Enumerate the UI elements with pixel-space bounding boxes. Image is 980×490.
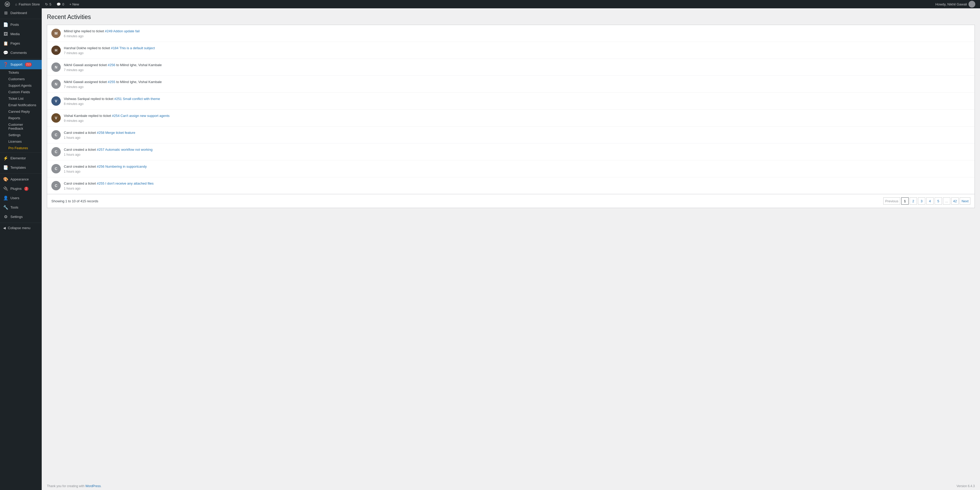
activity-time: 7 minutes ago: [64, 51, 970, 55]
footer-wordpress-link[interactable]: WordPress: [85, 484, 100, 488]
sidebar-item-pro-features[interactable]: Pro Features: [0, 145, 42, 151]
sidebar-item-users[interactable]: 👤 Users: [0, 193, 42, 203]
pagination-previous-button[interactable]: Previous: [883, 197, 900, 205]
pages-icon: 📋: [3, 41, 8, 46]
sidebar-item-comments[interactable]: 💬 Comments: [0, 48, 42, 57]
tools-icon: 🔧: [3, 205, 8, 210]
activity-item: C Carol created a ticket #258 Merge tick…: [47, 127, 975, 143]
updates-item[interactable]: ↻ 5: [43, 0, 54, 8]
activity-ticket-link[interactable]: #251 Small conflict with theme: [114, 97, 160, 101]
avatar-initial: C: [55, 167, 57, 171]
support-badge: 213: [25, 62, 32, 67]
footer: Thank you for creating with WordPress. V…: [42, 482, 980, 490]
sidebar-item-templates[interactable]: 📑 Templates: [0, 163, 42, 172]
sidebar-item-customers[interactable]: Customers: [0, 76, 42, 82]
activity-ticket-link[interactable]: #256: [108, 63, 115, 67]
activity-ticket-link[interactable]: #249 Addon update fail: [105, 29, 140, 33]
avatar: C: [51, 130, 61, 140]
avatar-initial: N: [55, 65, 57, 69]
collapse-menu-button[interactable]: ◀ Collapse menu: [0, 224, 42, 232]
avatar: V: [51, 113, 61, 123]
activity-text-after: to Milind Ighe, Vishal Kambale: [115, 80, 162, 84]
activity-ticket-link[interactable]: #256 Numbering in supportcandy: [97, 165, 147, 168]
sidebar-item-support[interactable]: ❓ Support 213: [0, 60, 42, 69]
new-content-item[interactable]: + New: [67, 0, 81, 8]
sidebar-item-tools[interactable]: 🔧 Tools: [0, 203, 42, 212]
user-greeting-item[interactable]: Howdy, Nikhil Gawali: [933, 0, 978, 8]
avatar-initial: C: [55, 150, 57, 154]
activity-text: Carol created a ticket #256 Numbering in…: [64, 164, 970, 169]
sidebar-item-plugins[interactable]: 🔌 Plugins 2: [0, 184, 42, 193]
avatar-initial: C: [55, 184, 57, 188]
activity-content: Vishal Kambale replied to ticket #254 Ca…: [64, 113, 970, 123]
activity-text: Nikhil Gawali assigned ticket #256 to Mi…: [64, 62, 970, 68]
sidebar-item-settings[interactable]: ⚙ Settings: [0, 212, 42, 222]
sidebar-item-canned-reply[interactable]: Canned Reply: [0, 108, 42, 115]
sidebar-label-templates: Templates: [10, 165, 26, 170]
sidebar-item-posts[interactable]: 📄 Posts: [0, 20, 42, 29]
activity-content: Carol created a ticket #257 Automatic wo…: [64, 147, 970, 157]
activity-text-before: Milind Ighe replied to ticket: [64, 29, 105, 33]
sidebar-item-custom-fields[interactable]: Custom Fields: [0, 89, 42, 95]
avatar-initial: C: [55, 133, 57, 137]
avatar: C: [51, 164, 61, 173]
activity-item: C Carol created a ticket #255 I don't re…: [47, 177, 975, 194]
appearance-icon: 🎨: [3, 177, 8, 182]
elementor-icon: ⚡: [3, 156, 8, 161]
site-name-item[interactable]: ⌂ Fashion Store: [13, 0, 43, 8]
activity-content: Nikhil Gawali assigned ticket #255 to Mi…: [64, 79, 970, 89]
pagination-showing-text: Showing 1 to 10 of 415 records: [51, 199, 98, 203]
activity-text-before: Carol created a ticket: [64, 147, 97, 152]
comments-item[interactable]: 💬 0: [54, 0, 67, 8]
pagination-page-3[interactable]: 3: [918, 197, 925, 205]
sidebar-item-pages[interactable]: 📋 Pages: [0, 39, 42, 48]
sidebar-item-appearance[interactable]: 🎨 Appearance: [0, 175, 42, 184]
sidebar-label-settings: Settings: [10, 214, 23, 219]
pagination-page-5[interactable]: 5: [935, 197, 942, 205]
activity-ticket-link[interactable]: #255: [108, 80, 115, 84]
sidebar-item-support-agents[interactable]: Support Agents: [0, 82, 42, 89]
sidebar-item-customer-feedback[interactable]: Customer Feedback: [0, 121, 42, 132]
pagination-controls: Previous 1 2 3 4 5 ... 42 Next: [883, 197, 970, 205]
activity-ticket-link[interactable]: #257 Automatic workflow not working: [97, 147, 153, 152]
users-icon: 👤: [3, 195, 8, 201]
activity-content: Milind Ighe replied to ticket #249 Addon…: [64, 29, 970, 38]
avatar-initial: M: [54, 31, 57, 35]
sidebar-label-posts: Posts: [10, 22, 19, 27]
activity-text: Harshal Dokhe replied to ticket #184 Thi…: [64, 46, 970, 51]
home-icon: ⌂: [15, 2, 17, 6]
activity-text: Vishwas Sankpal replied to ticket #251 S…: [64, 96, 970, 101]
activity-ticket-link[interactable]: #258 Merge ticket feature: [97, 131, 135, 135]
sidebar-label-dashboard: Dashboard: [10, 11, 27, 15]
sidebar-label-tools: Tools: [10, 205, 18, 210]
pagination-page-1[interactable]: 1: [901, 197, 908, 205]
main-content: Recent Activities M Milind Ighe replied …: [42, 8, 980, 482]
pagination-next-button[interactable]: Next: [960, 197, 970, 205]
sidebar-item-email-notifications[interactable]: Email Notifications: [0, 102, 42, 108]
sidebar-item-tickets[interactable]: Tickets: [0, 69, 42, 76]
sidebar-item-ticket-list[interactable]: Ticket List: [0, 95, 42, 102]
activity-time: 9 minutes ago: [64, 119, 970, 123]
pagination-page-4[interactable]: 4: [926, 197, 934, 205]
sidebar-item-settings-sub[interactable]: Settings: [0, 132, 42, 138]
settings-icon: ⚙: [3, 214, 8, 219]
sidebar-label-pages: Pages: [10, 41, 20, 46]
activity-list: M Milind Ighe replied to ticket #249 Add…: [47, 25, 975, 208]
avatar-initial: N: [55, 82, 57, 86]
activity-text: Carol created a ticket #255 I don't rece…: [64, 181, 970, 186]
sidebar-item-licenses[interactable]: Licenses: [0, 138, 42, 145]
sidebar-item-media[interactable]: 🖼 Media: [0, 29, 42, 39]
sidebar-item-elementor[interactable]: ⚡ Elementor: [0, 154, 42, 163]
page-title: Recent Activities: [47, 14, 975, 21]
activity-ticket-link[interactable]: #254 Can't assign new support agents: [112, 114, 170, 118]
sidebar-label-support: Support: [10, 62, 22, 67]
sidebar-item-reports[interactable]: Reports: [0, 115, 42, 121]
activity-ticket-link[interactable]: #255 I don't receive any attached files: [97, 181, 154, 186]
pagination-page-2[interactable]: 2: [910, 197, 917, 205]
sidebar-item-dashboard[interactable]: ⊞ Dashboard: [0, 8, 42, 18]
activity-text-before: Vishal Kambale replied to ticket: [64, 114, 112, 118]
pagination-page-42[interactable]: 42: [951, 197, 959, 205]
dashboard-icon: ⊞: [3, 10, 8, 16]
wp-logo-item[interactable]: W: [2, 0, 13, 8]
activity-ticket-link[interactable]: #184 This is a default subject: [111, 46, 155, 50]
